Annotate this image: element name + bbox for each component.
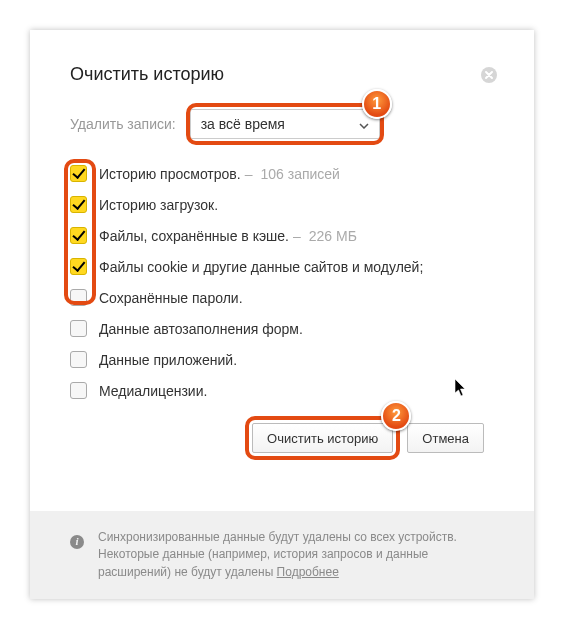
chevron-down-icon <box>359 116 369 132</box>
annotation-badge-1: 1 <box>362 89 392 119</box>
option-checkbox[interactable] <box>70 289 87 306</box>
learn-more-link[interactable]: Подробнее <box>277 565 339 579</box>
option-row: Данные приложений. <box>70 351 494 368</box>
option-checkbox[interactable] <box>70 382 87 399</box>
sync-warning-footer: i Синхронизированные данные будут удален… <box>30 511 534 599</box>
option-checkbox[interactable] <box>70 351 87 368</box>
info-icon: i <box>70 535 84 549</box>
option-label: Сохранённые пароли. <box>99 290 243 306</box>
option-label: Данные автозаполнения форм. <box>99 321 303 337</box>
options-list: Историю просмотров.–106 записейИсторию з… <box>70 165 494 399</box>
option-row: Медиалицензии. <box>70 382 494 399</box>
option-label: Медиалицензии. <box>99 383 207 399</box>
option-row: Данные автозаполнения форм. <box>70 320 494 337</box>
option-checkbox[interactable] <box>70 258 87 275</box>
option-label: Историю просмотров. <box>99 166 241 182</box>
separator: – <box>293 228 301 244</box>
option-checkbox[interactable] <box>70 165 87 182</box>
option-row: Историю просмотров.–106 записей <box>70 165 494 182</box>
option-meta: 106 записей <box>260 166 339 182</box>
option-row: Файлы, сохранённые в кэше.–226 МБ <box>70 227 494 244</box>
dialog-title: Очистить историю <box>70 64 494 85</box>
cancel-button[interactable]: Отмена <box>407 423 484 453</box>
separator: – <box>245 166 253 182</box>
close-icon[interactable] <box>480 66 498 84</box>
option-row: Историю загрузок. <box>70 196 494 213</box>
option-checkbox[interactable] <box>70 320 87 337</box>
option-checkbox[interactable] <box>70 196 87 213</box>
option-meta: 226 МБ <box>309 228 357 244</box>
time-range-value: за всё время <box>201 116 285 132</box>
time-range-select[interactable]: за всё время <box>190 109 380 139</box>
clear-history-button[interactable]: Очистить историю <box>252 423 393 453</box>
clear-history-dialog: Очистить историю Удалить записи: за всё … <box>30 30 534 599</box>
option-label: Файлы cookie и другие данные сайтов и мо… <box>99 259 423 275</box>
option-row: Файлы cookie и другие данные сайтов и мо… <box>70 258 494 275</box>
option-label: Файлы, сохранённые в кэше. <box>99 228 289 244</box>
option-row: Сохранённые пароли. <box>70 289 494 306</box>
option-label: Историю загрузок. <box>99 197 218 213</box>
option-label: Данные приложений. <box>99 352 237 368</box>
option-checkbox[interactable] <box>70 227 87 244</box>
range-label: Удалить записи: <box>70 116 176 132</box>
